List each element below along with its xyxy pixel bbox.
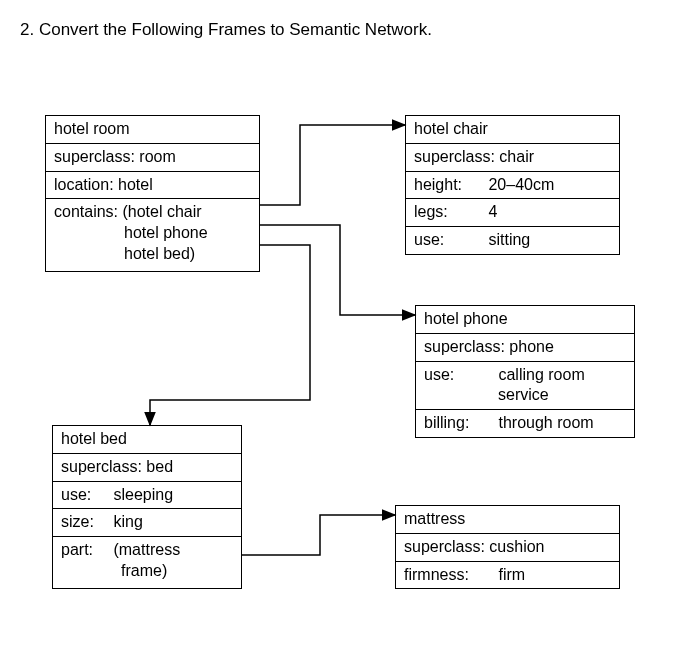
- slot-value: 4: [488, 202, 497, 223]
- slot-superclass: superclass: chair: [406, 144, 619, 172]
- slot-size: size: king: [53, 509, 241, 537]
- edge-hotelroom-to-hotelchair: [260, 125, 405, 205]
- slot-value: sitting: [488, 230, 530, 251]
- slot-value: service: [498, 385, 549, 406]
- slot-value: frame): [61, 561, 167, 582]
- slot-contains-line2: hotel phone: [54, 224, 208, 241]
- slot-superclass: superclass: phone: [416, 334, 634, 362]
- frame-title: hotel chair: [406, 116, 619, 144]
- slot-use: use: sitting: [406, 227, 619, 254]
- frame-hotel-phone: hotel phone superclass: phone use: calli…: [415, 305, 635, 438]
- slot-value: (mattress: [113, 540, 180, 561]
- slot-value: through room: [498, 413, 593, 434]
- edge-hotelroom-to-hotelbed: [150, 245, 310, 425]
- frame-hotel-bed: hotel bed superclass: bed use: sleeping …: [52, 425, 242, 589]
- slot-value: firm: [498, 565, 525, 586]
- frame-hotel-chair: hotel chair superclass: chair height: 20…: [405, 115, 620, 255]
- slot-height: height: 20–40cm: [406, 172, 619, 200]
- slot-firmness: firmness: firm: [396, 562, 619, 589]
- slot-key: firmness:: [404, 565, 494, 586]
- slot-key: use:: [424, 365, 494, 386]
- slot-superclass: superclass: cushion: [396, 534, 619, 562]
- slot-key: use:: [61, 485, 109, 506]
- slot-key: legs:: [414, 202, 484, 223]
- frame-title: hotel room: [46, 116, 259, 144]
- slot-value: sleeping: [113, 485, 173, 506]
- slot-value: king: [113, 512, 142, 533]
- slot-contains-line3: hotel bed): [54, 245, 195, 262]
- frame-title: hotel bed: [53, 426, 241, 454]
- slot-key: use:: [414, 230, 484, 251]
- slot-value: 20–40cm: [488, 175, 554, 196]
- edge-hotelroom-to-hotelphone: [260, 225, 415, 315]
- slot-key: height:: [414, 175, 484, 196]
- frame-title: hotel phone: [416, 306, 634, 334]
- slot-location: location: hotel: [46, 172, 259, 200]
- frame-title: mattress: [396, 506, 619, 534]
- slot-contains: contains: (hotel chair hotel phone hotel…: [46, 199, 259, 270]
- slot-key: part:: [61, 540, 109, 561]
- slot-use: use: calling room service: [416, 362, 634, 411]
- slot-contains-line1: contains: (hotel chair: [54, 203, 202, 220]
- slot-use: use: sleeping: [53, 482, 241, 510]
- slot-key: billing:: [424, 413, 494, 434]
- slot-value: calling room: [498, 365, 584, 386]
- slot-superclass: superclass: bed: [53, 454, 241, 482]
- slot-legs: legs: 4: [406, 199, 619, 227]
- slot-key: size:: [61, 512, 109, 533]
- slot-superclass: superclass: room: [46, 144, 259, 172]
- slot-part: part: (mattress frame): [53, 537, 241, 588]
- slot-billing: billing: through room: [416, 410, 634, 437]
- frame-mattress: mattress superclass: cushion firmness: f…: [395, 505, 620, 589]
- page: 2. Convert the Following Frames to Seman…: [0, 0, 700, 661]
- edge-hotelbed-to-mattress: [242, 515, 395, 555]
- frame-hotel-room: hotel room superclass: room location: ho…: [45, 115, 260, 272]
- question-title: 2. Convert the Following Frames to Seman…: [20, 20, 432, 40]
